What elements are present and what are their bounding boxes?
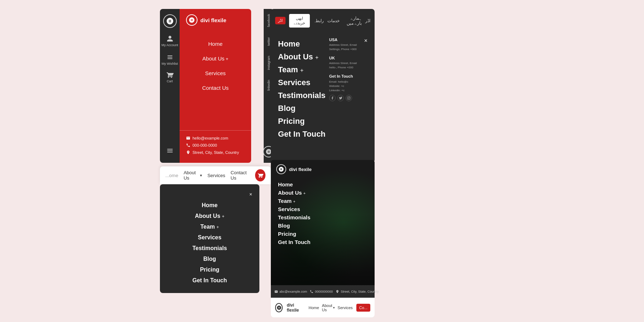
twitter-circle-icon [339, 96, 342, 100]
overlay-nav-pricing[interactable]: Pricing [278, 115, 326, 128]
red-menu-panel: divi flexile Home About Us Services Cont… [180, 9, 251, 163]
twitter-link[interactable]: twitter [267, 32, 270, 51]
uk-label: UK [329, 56, 360, 60]
panel7-footer-bar: abc@example.com 0000000000 Street, City,… [271, 285, 375, 298]
red-nav-about[interactable]: About Us [180, 51, 251, 66]
phone-icon [186, 143, 190, 147]
p8-home[interactable]: Home [308, 306, 319, 310]
cart-label: Cart [167, 79, 173, 83]
panel8-logo-svg [277, 305, 282, 310]
p5-about[interactable]: About Us + [167, 211, 252, 221]
cart-btn-icon [258, 172, 263, 178]
panel4-cart-btn[interactable] [255, 169, 265, 181]
panel8-bottom-nav: divi flexile Home About Us ▾ Services Co… [271, 298, 375, 317]
overlay-nav-home[interactable]: Home [278, 38, 326, 50]
overlay-nav-about[interactable]: About Us + [278, 50, 326, 63]
red-logo-svg [189, 17, 195, 23]
p5-blog[interactable]: Blog [167, 254, 252, 264]
panel8-logo-icon [275, 303, 283, 312]
overlay-nav-testimonials[interactable]: Testimonials [278, 89, 326, 102]
truncated-item: ...ome [165, 173, 178, 178]
panel8-logo-row: divi flexile [275, 303, 303, 313]
red-nav-home[interactable]: Home [180, 36, 251, 51]
p5-team[interactable]: Team + [167, 221, 252, 232]
close-btn-area: × [360, 38, 367, 141]
panel6-logo-icon [276, 164, 286, 174]
cart-btn[interactable]: Cart [166, 71, 174, 83]
wishlist-btn[interactable]: My Wishlist [162, 54, 178, 65]
footer-email-icon [274, 290, 278, 293]
p6-pricing[interactable]: Pricing [278, 230, 367, 238]
red-nav-services[interactable]: Services [180, 66, 251, 80]
hamburger-icon [166, 147, 174, 154]
phone-value: 000-000-0000 [192, 143, 217, 147]
panel5-close-btn[interactable]: × [249, 191, 252, 197]
fb-icon [331, 96, 334, 100]
footer-email-val: abc@example.com [279, 290, 307, 293]
footer-phone: 0000000000 [310, 290, 333, 293]
dark-overlay-menu: Home About Us + Team + Services Testimon… [271, 32, 375, 163]
panel4-services[interactable]: Services [208, 173, 225, 178]
email-value: hello@example.com [192, 136, 228, 140]
p6-home[interactable]: Home [278, 180, 367, 189]
panel4-contact[interactable]: Contact Us [231, 170, 250, 181]
panel8-cta-btn[interactable]: Co... [356, 304, 370, 312]
contact-email-row: hello@example.com [186, 136, 245, 140]
p8-about[interactable]: About Us ▾ [322, 303, 335, 312]
usa-label: USA [329, 38, 360, 42]
p5-services[interactable]: Services [167, 232, 252, 243]
instagram-link[interactable]: instagram [267, 51, 270, 75]
wishlist-label: My Wishlist [162, 62, 178, 65]
sidebar-hamburger[interactable] [166, 147, 174, 156]
ig-circle[interactable] [346, 95, 352, 101]
panel4-navbar: ...ome About Us ▾ Services Contact Us [160, 166, 271, 184]
p5-home[interactable]: Home [167, 200, 252, 211]
facebook-link[interactable]: facebook [267, 9, 270, 32]
p6-services[interactable]: Services [278, 205, 367, 213]
p5-getintouch[interactable]: Get In Touch [167, 275, 252, 286]
panel6-inner: divi flexile Home About Us + Team + Serv… [271, 160, 375, 248]
panel4-about[interactable]: About Us ▾ [184, 170, 202, 181]
urdu-nav-home[interactable]: اڈر [365, 18, 370, 23]
overlay-close-btn[interactable]: × [364, 38, 367, 44]
overlay-nav-team[interactable]: Team + [278, 63, 326, 76]
urdu-nav-about[interactable]: ہمارے بارے میں [343, 16, 362, 26]
red-nav-contact[interactable]: Contact Us [180, 80, 251, 95]
red-menu-logo-row: divi flexile [180, 14, 251, 33]
p6-blog[interactable]: Blog [278, 221, 367, 230]
urdu-nav-services[interactable]: خدمات [327, 18, 340, 23]
social-icons-row [329, 95, 360, 101]
flag-btn[interactable]: اڈر [275, 17, 286, 24]
overlay-nav: Home About Us + Team + Services Testimon… [278, 38, 326, 141]
p6-team[interactable]: Team + [278, 197, 367, 205]
p5-testimonials[interactable]: Testimonials [167, 243, 252, 254]
contact-address-row: Street, City, State, Country [186, 150, 245, 155]
linkedin-link[interactable]: linkedin [267, 75, 270, 96]
panel5-dropdown: × Home About Us + Team + Services Testim… [160, 184, 259, 293]
location-icon [186, 150, 190, 155]
fb-circle[interactable] [329, 95, 336, 101]
footer-phone-val: 0000000000 [315, 290, 333, 293]
email-icon [186, 136, 190, 140]
uk-addr: Address Street, Email hello-, Phone +000 [329, 61, 360, 70]
p8-services[interactable]: Services [338, 306, 353, 310]
contact-side-info: USA Address Street, Email Settings, Phon… [326, 38, 360, 141]
my-account-section[interactable]: My Account [161, 35, 178, 47]
cta-urdu-btn[interactable]: ابھی خریدنے [289, 14, 310, 28]
red-menu-nav: Home About Us Services Contact Us [180, 33, 251, 130]
urdu-nav-contact[interactable]: رابطہ [313, 18, 324, 23]
p6-testimonials[interactable]: Testimonials [278, 213, 367, 221]
contact-email-info: Email: hello@c [329, 80, 360, 83]
overlay-nav-getintouch[interactable]: Get In Touch [278, 128, 326, 141]
footer-address-val: Street, City, State, Country [341, 290, 379, 293]
tw-circle[interactable] [337, 95, 344, 101]
my-account-label: My Account [161, 43, 178, 47]
instagram-circle-icon [347, 96, 351, 100]
get-in-touch-label: Get In Touch [329, 74, 360, 78]
overlay-nav-blog[interactable]: Blog [278, 102, 326, 115]
p6-about[interactable]: About Us + [278, 189, 367, 197]
p6-getintouch[interactable]: Get In Touch [278, 238, 367, 246]
overlay-nav-services[interactable]: Services [278, 76, 326, 89]
contact-phone-row: 000-000-0000 [186, 143, 245, 147]
p5-pricing[interactable]: Pricing [167, 264, 252, 275]
